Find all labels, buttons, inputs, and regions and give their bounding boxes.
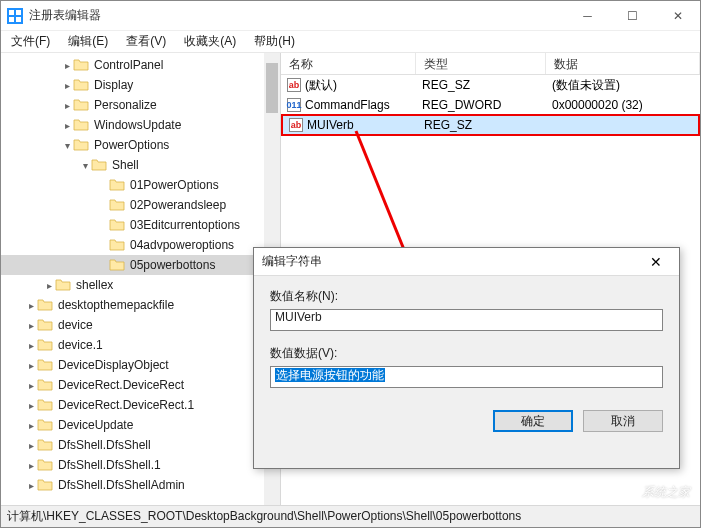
caret-right-icon[interactable]: ▸ xyxy=(25,480,37,491)
caret-right-icon[interactable]: ▸ xyxy=(61,120,73,131)
dialog-titlebar[interactable]: 编辑字符串 ✕ xyxy=(254,248,679,276)
minimize-button[interactable]: ─ xyxy=(565,1,610,31)
tree-item-label: DfsShell.DfsShell.1 xyxy=(56,458,163,472)
tree-item-label: 04advpoweroptions xyxy=(128,238,236,252)
folder-icon xyxy=(37,418,53,432)
caret-right-icon[interactable]: ▸ xyxy=(61,100,73,111)
folder-icon xyxy=(73,118,89,132)
svg-rect-0 xyxy=(9,10,14,15)
menu-help[interactable]: 帮助(H) xyxy=(246,31,303,52)
caret-right-icon[interactable]: ▸ xyxy=(25,320,37,331)
string-value-icon: ab xyxy=(287,78,301,92)
tree-item[interactable]: ▸DfsShell.DfsShell xyxy=(1,435,280,455)
tree-item[interactable]: ▾PowerOptions xyxy=(1,135,280,155)
tree-item[interactable]: ▾Shell xyxy=(1,155,280,175)
list-row[interactable]: ab(默认)REG_SZ(数值未设置) xyxy=(281,75,700,95)
tree-item[interactable]: ▸Display xyxy=(1,75,280,95)
menu-edit[interactable]: 编辑(E) xyxy=(60,31,116,52)
value-name: CommandFlags xyxy=(305,98,390,112)
tree-item[interactable]: ▸WindowsUpdate xyxy=(1,115,280,135)
folder-icon xyxy=(109,178,125,192)
caret-right-icon[interactable]: ▸ xyxy=(25,400,37,411)
dialog-close-icon[interactable]: ✕ xyxy=(641,254,671,270)
caret-right-icon[interactable]: ▸ xyxy=(61,80,73,91)
value-data-label: 数值数据(V): xyxy=(270,345,663,362)
caret-down-icon[interactable]: ▾ xyxy=(79,160,91,171)
folder-icon xyxy=(37,338,53,352)
folder-icon xyxy=(37,478,53,492)
menu-favorites[interactable]: 收藏夹(A) xyxy=(176,31,244,52)
tree-item[interactable]: ▸ControlPanel xyxy=(1,55,280,75)
folder-icon xyxy=(73,78,89,92)
col-name[interactable]: 名称 xyxy=(281,53,416,74)
tree-item[interactable]: ▸DeviceUpdate xyxy=(1,415,280,435)
tree-item[interactable]: ▸device.1 xyxy=(1,335,280,355)
caret-right-icon[interactable]: ▸ xyxy=(25,360,37,371)
tree-item[interactable]: 05powerbottons xyxy=(1,255,280,275)
maximize-button[interactable]: ☐ xyxy=(610,1,655,31)
tree-item[interactable]: 01PowerOptions xyxy=(1,175,280,195)
caret-right-icon[interactable]: ▸ xyxy=(25,300,37,311)
scrollbar-thumb[interactable] xyxy=(266,63,278,113)
dialog-title: 编辑字符串 xyxy=(262,253,641,270)
app-icon xyxy=(7,8,23,24)
tree-item-label: Shell xyxy=(110,158,141,172)
tree-item[interactable]: ▸desktopthemepackfile xyxy=(1,295,280,315)
folder-icon xyxy=(37,438,53,452)
folder-icon xyxy=(37,398,53,412)
folder-icon xyxy=(37,378,53,392)
tree-item-label: 05powerbottons xyxy=(128,258,217,272)
tree-item[interactable]: ▸DeviceDisplayObject xyxy=(1,355,280,375)
tree-item[interactable]: 02Powerandsleep xyxy=(1,195,280,215)
svg-rect-1 xyxy=(16,10,21,15)
tree-item[interactable]: ▸DeviceRect.DeviceRect.1 xyxy=(1,395,280,415)
tree-item[interactable]: ▸DfsShell.DfsShellAdmin xyxy=(1,475,280,495)
tree-item[interactable]: ▸shellex xyxy=(1,275,280,295)
tree-item-label: DeviceRect.DeviceRect.1 xyxy=(56,398,196,412)
caret-right-icon[interactable]: ▸ xyxy=(25,380,37,391)
tree-item-label: PowerOptions xyxy=(92,138,171,152)
list-row[interactable]: abMUIVerbREG_SZ xyxy=(281,114,700,136)
col-type[interactable]: 类型 xyxy=(416,53,546,74)
cancel-button[interactable]: 取消 xyxy=(583,410,663,432)
menu-view[interactable]: 查看(V) xyxy=(118,31,174,52)
tree-item-label: DeviceRect.DeviceRect xyxy=(56,378,186,392)
close-button[interactable]: ✕ xyxy=(655,1,700,31)
list-row[interactable]: 011CommandFlagsREG_DWORD0x00000020 (32) xyxy=(281,95,700,115)
title-bar: 注册表编辑器 ─ ☐ ✕ xyxy=(1,1,700,31)
folder-icon xyxy=(37,358,53,372)
caret-right-icon[interactable]: ▸ xyxy=(25,460,37,471)
tree-item[interactable]: ▸DfsShell.DfsShell.1 xyxy=(1,455,280,475)
folder-icon xyxy=(91,158,107,172)
col-data[interactable]: 数据 xyxy=(546,53,700,74)
tree-item[interactable]: ▸device xyxy=(1,315,280,335)
tree-item[interactable]: 04advpoweroptions xyxy=(1,235,280,255)
folder-icon xyxy=(55,278,71,292)
tree-item[interactable]: ▸DeviceRect.DeviceRect xyxy=(1,375,280,395)
folder-icon xyxy=(73,58,89,72)
tree-item[interactable]: 03Editcurrentoptions xyxy=(1,215,280,235)
caret-down-icon[interactable]: ▾ xyxy=(61,140,73,151)
value-name-field[interactable]: MUIVerb xyxy=(270,309,663,331)
value-data-field[interactable]: 选择电源按钮的功能 xyxy=(270,366,663,388)
value-name-label: 数值名称(N): xyxy=(270,288,663,305)
list-header: 名称 类型 数据 xyxy=(281,53,700,75)
caret-right-icon[interactable]: ▸ xyxy=(43,280,55,291)
folder-icon xyxy=(37,318,53,332)
caret-right-icon[interactable]: ▸ xyxy=(61,60,73,71)
tree-item[interactable]: ▸Personalize xyxy=(1,95,280,115)
value-data: (数值未设置) xyxy=(546,77,700,94)
caret-right-icon[interactable]: ▸ xyxy=(25,420,37,431)
tree-pane[interactable]: ▸ControlPanel▸Display▸Personalize▸Window… xyxy=(1,53,281,505)
tree-item-label: DeviceUpdate xyxy=(56,418,135,432)
svg-rect-3 xyxy=(16,17,21,22)
menu-file[interactable]: 文件(F) xyxy=(3,31,58,52)
tree-item-label: WindowsUpdate xyxy=(92,118,183,132)
tree-item-label: DeviceDisplayObject xyxy=(56,358,171,372)
window-title: 注册表编辑器 xyxy=(29,7,565,24)
tree-item-label: Personalize xyxy=(92,98,159,112)
caret-right-icon[interactable]: ▸ xyxy=(25,440,37,451)
caret-right-icon[interactable]: ▸ xyxy=(25,340,37,351)
tree-item-label: Display xyxy=(92,78,135,92)
ok-button[interactable]: 确定 xyxy=(493,410,573,432)
